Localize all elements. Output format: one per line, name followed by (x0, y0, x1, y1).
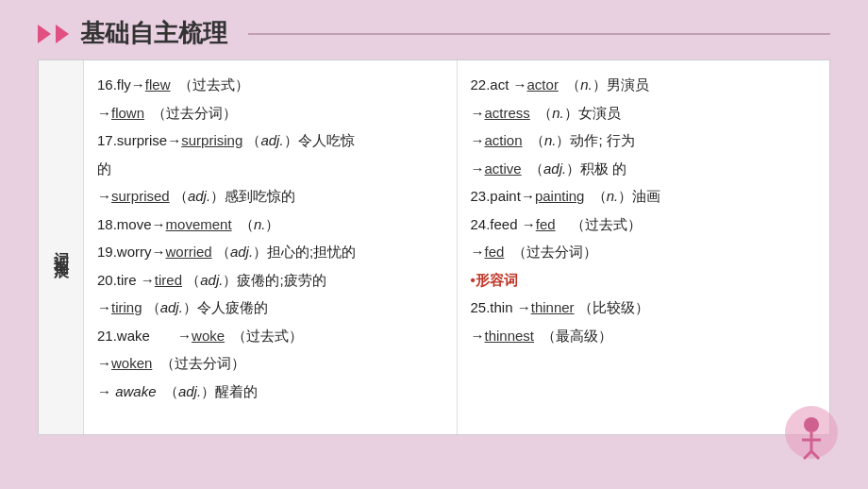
row-23-painting: 23.paint→painting （n.）油画 (471, 183, 817, 211)
fill-awake: awake (115, 383, 156, 399)
bullet-adjective-label: •形容词 (471, 272, 518, 288)
arrow1-icon (38, 25, 51, 43)
fill-fed1: fed (536, 216, 556, 232)
page-title: 基础自主梳理 (80, 17, 227, 50)
pos-n2: n. (580, 76, 593, 93)
row-20-tired: 20.tire →tired （adj.）疲倦的;疲劳的 (97, 267, 443, 295)
fill-fed2: fed (485, 244, 505, 260)
pos-n5: n. (607, 188, 619, 204)
row-21-woke: 21.wake →woke （过去式） (97, 323, 443, 350)
pos-adj4: adj. (200, 272, 223, 288)
row-19-worried: 19.worry→worried （adj.）担心的;担忧的 (97, 239, 443, 266)
pos-n1: n. (254, 216, 266, 232)
row-22-action: →action （n.）动作; 行为 (471, 127, 817, 155)
fill-surprising: surprising (181, 132, 242, 148)
double-arrow-icon (38, 25, 69, 43)
row-22-active: →active （adj.）积极 的 (471, 156, 817, 183)
fill-action: action (485, 132, 523, 148)
header-divider (248, 33, 830, 35)
row-17b-surprised: →surprised （adj.）感到吃惊的 (97, 183, 443, 211)
row-25-thinner: 25.thin →thinner （比较级） (471, 295, 817, 322)
pos-adj6: adj. (178, 383, 201, 399)
row-20b-tiring: →tiring （adj.）令人疲倦的 (97, 295, 443, 322)
fill-woke: woke (192, 328, 225, 344)
fill-flown: flown (111, 105, 144, 121)
row-22-actor: 22.act →actor （n.）男演员 (471, 72, 817, 99)
pos-adj1: adj. (260, 132, 283, 148)
fill-movement: movement (166, 216, 232, 232)
fill-tired: tired (155, 272, 182, 288)
pos-adj2: adj. (188, 188, 210, 204)
fill-worried: worried (166, 244, 212, 260)
pos-adj5: adj. (160, 299, 183, 315)
row-21c-awake: → awake （adj.）醒着的 (97, 379, 443, 406)
content-area: 16.fly→flew （过去式） →flown （过去分词） 17.surpr… (84, 60, 829, 434)
fill-active: active (485, 160, 522, 177)
left-column: 16.fly→flew （过去式） →flown （过去分词） 17.surpr… (84, 60, 458, 434)
svg-point-1 (804, 417, 819, 432)
fill-thinner: thinner (531, 299, 575, 315)
row-bullet-adjective: •形容词 (471, 267, 817, 295)
pos-adj7: adj. (543, 160, 566, 177)
row-21b-woken: →woken （过去分词） (97, 350, 443, 378)
row-18-movement: 18.move→movement （n.） (97, 211, 443, 239)
fill-actress: actress (485, 105, 530, 121)
decorative-icon (783, 404, 840, 461)
fill-thinnest: thinnest (485, 328, 535, 344)
row-24b-fed: →fed （过去分词） (471, 239, 817, 266)
pos-adj3: adj. (230, 244, 253, 260)
header: 基础自主梳理 (0, 0, 868, 59)
row-17-surprise: 17.surprise→surprising （adj.）令人吃惊 (97, 127, 443, 155)
right-column: 22.act →actor （n.）男演员 →actress （n.）女演员 →… (458, 60, 830, 434)
row-17-de: 的 (97, 156, 443, 183)
pos-n3: n. (552, 105, 564, 121)
side-label: 词汇拓展 (39, 60, 84, 434)
row-16-fly: 16.fly→flew （过去式） (97, 72, 443, 99)
row-16-flown: →flown （过去分词） (97, 100, 443, 127)
row-22-actress: →actress （n.）女演员 (471, 100, 817, 127)
fill-flew: flew (145, 76, 171, 93)
arrow2-icon (56, 25, 69, 43)
fill-woken: woken (111, 355, 152, 371)
fill-tiring: tiring (111, 299, 142, 315)
row-24-fed: 24.feed →fed （过去式） (471, 211, 817, 239)
main-content: 词汇拓展 16.fly→flew （过去式） →flown （过去分词） 17.… (38, 59, 830, 435)
row-25b-thinnest: →thinnest （最高级） (471, 323, 817, 350)
fill-surprised: surprised (111, 188, 170, 204)
pos-n4: n. (544, 132, 557, 148)
fill-painting: painting (535, 188, 585, 204)
fill-actor: actor (527, 76, 559, 93)
